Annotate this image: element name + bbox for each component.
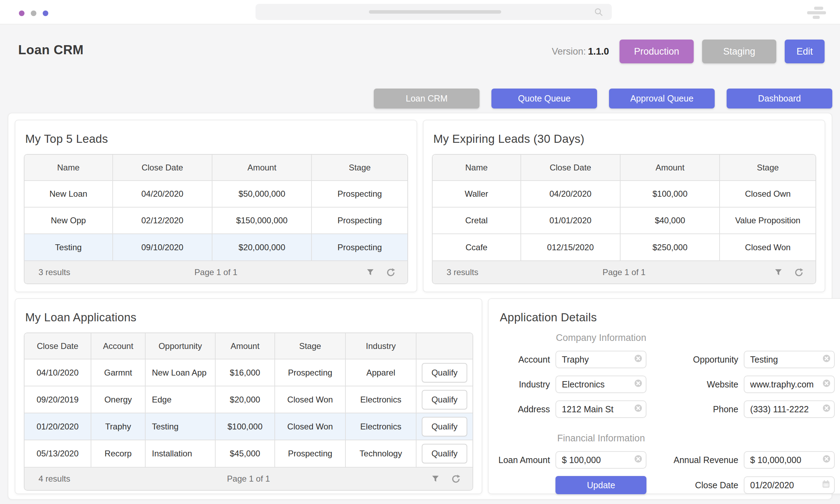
clear-icon[interactable]: [822, 379, 831, 390]
tab-dashboard[interactable]: Dashboard: [727, 89, 832, 108]
clear-icon[interactable]: [822, 455, 831, 465]
expiring-leads-table: Name Close Date Amount Stage Waller 04/2…: [433, 155, 816, 260]
annual-revenue-label: Annual Revenue: [665, 455, 741, 465]
table-row[interactable]: New Loan 04/20/2020 $50,000,000 Prospect…: [24, 181, 407, 207]
column-header: Amount: [620, 155, 720, 181]
edit-button[interactable]: Edit: [785, 40, 825, 63]
phone-field[interactable]: (333) 111-2222: [744, 400, 835, 418]
refresh-icon[interactable]: [794, 268, 804, 277]
table-row-selected[interactable]: Testing 09/10/2020 $20,000,000 Prospecti…: [24, 234, 407, 260]
qualify-button[interactable]: Qualify: [422, 417, 468, 436]
column-header: Name: [433, 155, 521, 181]
version-value: 1.1.0: [588, 46, 609, 57]
table-cell: Prospecting: [312, 207, 407, 234]
table-cell: $100,000: [215, 413, 275, 440]
account-field[interactable]: Traphy: [555, 351, 646, 368]
refresh-icon[interactable]: [451, 474, 461, 484]
opportunity-field[interactable]: Testing: [744, 351, 835, 368]
table-header-row: Close Date Account Opportunity Amount St…: [24, 333, 472, 359]
table-row[interactable]: 04/10/2020 Garmnt New Loan App $16,000 P…: [24, 359, 472, 386]
table-cell: 01/20/2020: [24, 413, 91, 440]
calendar-icon[interactable]: [821, 479, 831, 491]
list-icon[interactable]: [807, 7, 826, 19]
table-cell: Apparel: [345, 359, 416, 386]
update-button[interactable]: Update: [555, 476, 646, 494]
table-row[interactable]: Waller 04/20/2020 $100,000 Closed Own: [433, 181, 816, 207]
phone-label: Phone: [665, 404, 741, 414]
table-cell: 012/15/2020: [521, 234, 620, 260]
company-information-title: Company Information: [555, 332, 646, 343]
table-cell: 02/12/2020: [113, 207, 212, 234]
opportunity-value: Testing: [750, 355, 778, 365]
table-cell: Edge: [145, 386, 215, 413]
table-cell: Waller: [433, 181, 521, 207]
column-header: Stage: [720, 155, 816, 181]
tab-approval-queue[interactable]: Approval Queue: [609, 89, 715, 108]
table-cell: Prospecting: [312, 234, 407, 260]
window-dot-gray[interactable]: [31, 10, 36, 16]
table-row[interactable]: Cretal 01/01/2020 $40,000 Value Proposit…: [433, 207, 816, 234]
column-header: Close Date: [521, 155, 620, 181]
table-cell-action: Qualify: [416, 440, 472, 467]
industry-field[interactable]: Electronics: [555, 376, 646, 393]
table-cell: New Loan App: [145, 359, 215, 386]
clear-icon[interactable]: [634, 379, 642, 390]
table-cell: New Loan: [24, 181, 113, 207]
table-cell-action: Qualify: [416, 413, 472, 440]
account-label: Account: [498, 355, 553, 365]
column-header: Amount: [212, 155, 312, 181]
website-field[interactable]: www.traphy.com: [744, 376, 835, 393]
search-input[interactable]: [255, 4, 612, 20]
website-value: www.traphy.com: [750, 379, 814, 390]
industry-label: Industry: [498, 379, 553, 390]
address-field[interactable]: 1212 Main St: [555, 400, 646, 418]
qualify-button[interactable]: Qualify: [422, 390, 468, 410]
table-cell: Onergy: [91, 386, 145, 413]
table-cell: Prospecting: [275, 359, 345, 386]
qualify-button[interactable]: Qualify: [422, 444, 468, 463]
close-date-field[interactable]: 01/20/2020: [744, 476, 835, 494]
clear-icon[interactable]: [634, 455, 642, 465]
table-cell: $20,000,000: [212, 234, 312, 260]
table-row-selected[interactable]: 01/20/2020 Traphy Testing $100,000 Close…: [24, 413, 472, 440]
production-button[interactable]: Production: [620, 40, 694, 63]
table-row[interactable]: 09/20/2019 Onergy Edge $20,000 Closed Wo…: [24, 386, 472, 413]
table-footer: 4 results Page 1 of 1: [24, 467, 472, 490]
phone-value: (333) 111-2222: [750, 404, 808, 414]
application-details-title: Application Details: [500, 311, 835, 324]
table-cell-action: Qualify: [416, 386, 472, 413]
clear-icon[interactable]: [822, 355, 831, 365]
tab-quote-queue[interactable]: Quote Queue: [491, 89, 597, 108]
refresh-icon[interactable]: [386, 268, 396, 277]
window-dot-purple[interactable]: [19, 10, 24, 16]
staging-button[interactable]: Staging: [702, 40, 776, 63]
filter-icon[interactable]: [431, 474, 440, 483]
page-indicator: Page 1 of 1: [24, 267, 407, 277]
filter-icon[interactable]: [774, 268, 783, 277]
financial-information-title: Financial Information: [555, 433, 646, 444]
column-header: Industry: [345, 333, 416, 359]
clear-icon[interactable]: [634, 404, 642, 414]
table-row[interactable]: 05/13/2020 Recorp Installation $45,000 P…: [24, 440, 472, 467]
filter-icon[interactable]: [366, 268, 375, 277]
clear-icon[interactable]: [822, 404, 831, 414]
screen: Loan CRM Version:1.1.0 Production Stagin…: [0, 0, 840, 504]
tab-loan-crm[interactable]: Loan CRM: [374, 89, 479, 108]
qualify-button[interactable]: Qualify: [422, 363, 468, 383]
window-controls: [19, 10, 48, 16]
table-cell: Traphy: [91, 413, 145, 440]
account-value: Traphy: [562, 355, 589, 365]
clear-icon[interactable]: [634, 355, 642, 365]
search-placeholder-line: [369, 10, 501, 14]
table-cell: Value Proposition: [720, 207, 816, 234]
table-cell: New Opp: [24, 207, 113, 234]
annual-revenue-value: $ 10,000,000: [750, 455, 801, 465]
window-dot-indigo[interactable]: [43, 10, 48, 16]
table-row[interactable]: Ccafe 012/15/2020 $250,000 Closed Won: [433, 234, 816, 260]
table-row[interactable]: New Opp 02/12/2020 $150,000,000 Prospect…: [24, 207, 407, 234]
annual-revenue-field[interactable]: $ 10,000,000: [744, 451, 835, 469]
application-details-card: Application Details Company Information …: [488, 298, 840, 494]
table-cell: Cretal: [433, 207, 521, 234]
opportunity-label: Opportunity: [665, 355, 741, 365]
loan-amount-field[interactable]: $ 100,000: [555, 451, 646, 469]
